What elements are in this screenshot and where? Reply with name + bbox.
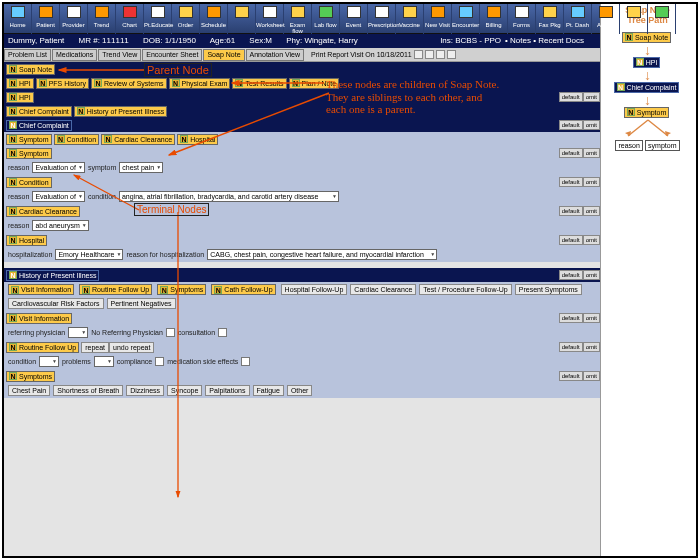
toolbar-patient-button[interactable]: Patient bbox=[32, 4, 60, 34]
reason-select[interactable]: abd aneurysm bbox=[32, 220, 88, 231]
symptom-other-button[interactable]: Other bbox=[287, 385, 313, 396]
toolbar---button[interactable] bbox=[228, 4, 256, 34]
omit-button[interactable]: omit bbox=[583, 177, 600, 187]
med-side-effects-checkbox[interactable] bbox=[241, 357, 250, 366]
patient-name[interactable]: Dummy, Patient bbox=[8, 36, 64, 45]
node-visit-information[interactable]: NVisit Information bbox=[8, 284, 74, 295]
hospitalization-select[interactable]: Emory Healthcare bbox=[55, 249, 123, 260]
omit-button[interactable]: omit bbox=[583, 313, 600, 323]
toolbar-encounter-button[interactable]: Encounter bbox=[452, 4, 480, 34]
node-hospital[interactable]: NHospital bbox=[177, 134, 218, 145]
node-cardiac-clearance[interactable]: NCardiac Clearance bbox=[6, 206, 80, 217]
toolbar-pt-dash-button[interactable]: Pt. Dash bbox=[564, 4, 592, 34]
node-condition[interactable]: NCondition bbox=[54, 134, 100, 145]
symptom-dizziness-button[interactable]: Dizziness bbox=[126, 385, 164, 396]
toolbar-home-button[interactable]: Home bbox=[4, 4, 32, 34]
ref-physician-select[interactable] bbox=[68, 327, 88, 338]
node-test-procedure-follow-up[interactable]: Test / Procedure Follow-Up bbox=[419, 284, 511, 295]
default-button[interactable]: default bbox=[559, 177, 583, 187]
toolbar-provider-button[interactable]: Provider bbox=[60, 4, 88, 34]
node-visit-information[interactable]: NVisit Information bbox=[6, 313, 72, 324]
no-ref-physician-checkbox[interactable] bbox=[166, 328, 175, 337]
toolbar-help-button[interactable]: Help bbox=[648, 4, 676, 34]
node-symptoms[interactable]: NSymptoms bbox=[157, 284, 206, 295]
repeat-button[interactable]: repeat bbox=[81, 342, 109, 353]
node-routine-follow-up[interactable]: NRoutine Follow Up bbox=[79, 284, 152, 295]
omit-button[interactable]: omit bbox=[583, 371, 600, 381]
node-hospital[interactable]: NHospital bbox=[6, 235, 47, 246]
toolbar-mini-icon[interactable] bbox=[414, 50, 423, 59]
node-routine-follow-up[interactable]: NRoutine Follow Up bbox=[6, 342, 79, 353]
content-scroll[interactable]: NSoap Note NHPINPFS HistoryNReview of Sy… bbox=[4, 62, 600, 556]
reason-select[interactable]: Evaluation of bbox=[32, 191, 84, 202]
default-button[interactable]: default bbox=[559, 313, 583, 323]
toolbar-lab-flow-button[interactable]: Lab flow bbox=[312, 4, 340, 34]
node-cath-follow-up[interactable]: NCath Follow-Up bbox=[211, 284, 275, 295]
toolbar-chart-button[interactable]: Chart bbox=[116, 4, 144, 34]
toolbar-order-button[interactable]: Order bbox=[172, 4, 200, 34]
node-present-symptoms[interactable]: Present Symptoms bbox=[515, 284, 582, 295]
omit-button[interactable]: omit bbox=[583, 270, 600, 280]
problems-select[interactable] bbox=[94, 356, 114, 367]
tab-trend-view[interactable]: Trend View bbox=[98, 49, 141, 61]
reason-select[interactable]: Evaluation of bbox=[32, 162, 84, 173]
node-pfs-history[interactable]: NPFS History bbox=[36, 78, 89, 89]
symptom-palpitations-button[interactable]: Palpitations bbox=[205, 385, 249, 396]
node-hospital-follow-up[interactable]: Hospital Follow-Up bbox=[281, 284, 348, 295]
toolbar-mini-icon[interactable] bbox=[436, 50, 445, 59]
omit-button[interactable]: omit bbox=[583, 92, 600, 102]
symptom-select[interactable]: chest pain bbox=[119, 162, 163, 173]
node-review-of-systems[interactable]: NReview of Systems bbox=[91, 78, 167, 89]
node-soap-note[interactable]: NSoap Note bbox=[6, 64, 55, 75]
toolbar-event-button[interactable]: Event bbox=[340, 4, 368, 34]
toolbar-new-visit-button[interactable]: New Visit bbox=[424, 4, 452, 34]
node-symptom[interactable]: NSymptom bbox=[6, 148, 52, 159]
node-symptom[interactable]: NSymptom bbox=[6, 134, 52, 145]
node-chief-complaint[interactable]: NChief Complaint bbox=[6, 120, 72, 131]
symptom-shortness-of-breath-button[interactable]: Shortness of Breath bbox=[53, 385, 123, 396]
toolbar-forms-button[interactable]: Forms bbox=[508, 4, 536, 34]
toolbar-mini-icon[interactable] bbox=[447, 50, 456, 59]
compliance-checkbox[interactable] bbox=[155, 357, 164, 366]
node-symptoms[interactable]: NSymptoms bbox=[6, 371, 55, 382]
toolbar-email-button[interactable]: Email bbox=[620, 4, 648, 34]
node-history-present-illness[interactable]: NHistory of Present Illness bbox=[6, 270, 99, 281]
node-plan-note[interactable]: NPlan / Note bbox=[289, 78, 340, 89]
tab-medications[interactable]: Medications bbox=[52, 49, 97, 61]
default-button[interactable]: default bbox=[559, 270, 583, 280]
default-button[interactable]: default bbox=[559, 92, 583, 102]
toolbar-worksheet-button[interactable]: Worksheet bbox=[256, 4, 284, 34]
toolbar-trend-button[interactable]: Trend bbox=[88, 4, 116, 34]
toolbar-prescription-button[interactable]: Prescription bbox=[368, 4, 396, 34]
omit-button[interactable]: omit bbox=[583, 120, 600, 130]
toolbar-mini-icon[interactable] bbox=[425, 50, 434, 59]
default-button[interactable]: default bbox=[559, 342, 583, 352]
omit-button[interactable]: omit bbox=[583, 342, 600, 352]
toolbar-vaccine-button[interactable]: Vaccine bbox=[396, 4, 424, 34]
node-condition[interactable]: NCondition bbox=[6, 177, 52, 188]
node-chief-complaint[interactable]: NChief Complaint bbox=[6, 106, 72, 117]
toolbar-schedule-button[interactable]: Schedule bbox=[200, 4, 228, 34]
toolbar-admin-button[interactable]: Admin bbox=[592, 4, 620, 34]
symptom-fatigue-button[interactable]: Fatigue bbox=[253, 385, 284, 396]
undo-repeat-button[interactable]: undo repeat bbox=[109, 342, 154, 353]
symptom-chest-pain-button[interactable]: Chest Pain bbox=[8, 385, 50, 396]
node-hpi[interactable]: NHPI bbox=[6, 78, 34, 89]
tab-problem-list[interactable]: Problem List bbox=[4, 49, 51, 61]
toolbar-billing-button[interactable]: Billing bbox=[480, 4, 508, 34]
symptom-syncope-button[interactable]: Syncope bbox=[167, 385, 202, 396]
default-button[interactable]: default bbox=[559, 371, 583, 381]
omit-button[interactable]: omit bbox=[583, 148, 600, 158]
node-cardiovascular-risk-factors[interactable]: Cardiovascular Risk Factors bbox=[8, 298, 104, 309]
default-button[interactable]: default bbox=[559, 148, 583, 158]
default-button[interactable]: default bbox=[559, 206, 583, 216]
toolbar-exam-flow-button[interactable]: Exam flow bbox=[284, 4, 312, 34]
omit-button[interactable]: omit bbox=[583, 235, 600, 245]
condition-select[interactable]: angina, atrial fibrillation, bradycardia… bbox=[119, 191, 339, 202]
tab-annotation-view[interactable]: Annotation View bbox=[246, 49, 304, 61]
omit-button[interactable]: omit bbox=[583, 206, 600, 216]
node-pertinent-negatives[interactable]: Pertinent Negatives bbox=[107, 298, 176, 309]
condition-select[interactable] bbox=[39, 356, 59, 367]
default-button[interactable]: default bbox=[559, 120, 583, 130]
node-test-results[interactable]: NTest Results bbox=[232, 78, 286, 89]
